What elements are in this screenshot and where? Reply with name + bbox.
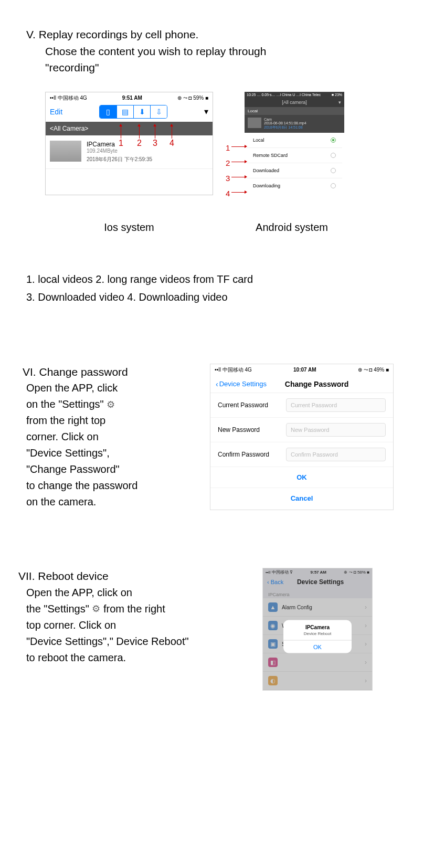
ios-screenshot-change-password: ••Il 中国移动 4G 10:07 AM ⊕ ⤳ ◘ 49% ■ ‹ Devi…	[210, 364, 394, 511]
callout-arrow	[172, 126, 172, 139]
legend: 1. local videos 2. long range videos fro…	[26, 270, 413, 306]
android-topbar: 10:25 … 0.05·s… …l China U …l China Tele…	[245, 92, 344, 133]
section7-text: VII. Reboot device Open the APP, click o…	[26, 568, 247, 666]
heading-line: "recording"	[45, 59, 413, 76]
sd-card-icon[interactable]: ▤	[117, 105, 133, 118]
edit-button[interactable]: Edit	[50, 108, 62, 116]
callout-number: 3	[153, 139, 157, 148]
video-date: 2018年6月8日 14:51:08	[264, 125, 306, 130]
screenshot-row: ••Il 中国移动 4G 9:51 AM ⊕ ⤳ ◘ 59% ■ Edit ▯ …	[45, 92, 413, 195]
screen-title: [All camera] ▾	[245, 98, 344, 107]
filter-icon[interactable]: ▾	[204, 107, 208, 117]
alert-title: IPCamera	[283, 620, 352, 631]
radio-icon	[331, 168, 336, 173]
callout-arrow	[155, 126, 155, 139]
chevron-left-icon[interactable]: ‹	[216, 380, 218, 388]
option-label: Local	[253, 137, 264, 143]
callout-number: 4	[226, 189, 230, 198]
title-text: [All camera]	[282, 100, 307, 105]
callout-line	[231, 146, 245, 147]
cancel-button[interactable]: Cancel	[210, 488, 393, 509]
android-caption: Android system	[213, 221, 371, 234]
video-meta: Cam 2018-06-08 14:51:08.mp4 2018年6月8日 14…	[264, 118, 306, 130]
alert-ok-button[interactable]: OK	[283, 640, 352, 653]
callout-number: 1	[226, 143, 230, 152]
android-screenshot-recordings: 10:25 … 0.05·s… …l China U …l China Tele…	[245, 92, 344, 193]
radio-icon	[331, 137, 336, 143]
section5-heading: V. Replay recordings by cell phone. Chos…	[26, 26, 413, 76]
body-line: "Device Settings"," Device Reboot"	[26, 633, 247, 650]
video-thumbnail	[50, 141, 81, 162]
radio-icon	[331, 183, 336, 188]
section-header: Local	[245, 107, 344, 115]
current-password-input[interactable]: Current Password	[286, 398, 386, 412]
callout: 3	[226, 174, 245, 183]
ok-button[interactable]: OK	[210, 467, 393, 488]
option-downloaded[interactable]: Downloaded	[247, 163, 342, 178]
filter-icon[interactable]: ▾	[338, 100, 341, 105]
status-battery: ⊕ ⤳ ◘ 49% ■	[358, 367, 389, 373]
downloading-icon[interactable]: ⇩	[150, 105, 167, 118]
body-line: to reboot the camera.	[26, 650, 247, 666]
body-line: top corner. Click on	[26, 617, 247, 633]
body-text: from the right	[103, 603, 165, 615]
status-time: 10:07 AM	[293, 367, 316, 373]
confirm-password-input[interactable]: Confirm Password	[286, 448, 386, 461]
field-label: Current Password	[218, 401, 286, 409]
body-text: the "Settings"	[26, 603, 89, 615]
legend-line: 3. Downloaded video 4. Downloading video	[26, 288, 413, 306]
section-replay: V. Replay recordings by cell phone. Chos…	[26, 26, 413, 306]
section6-heading: VI. Change password	[23, 364, 194, 380]
new-password-row: New Password New Password	[210, 418, 393, 442]
option-local[interactable]: Local	[247, 133, 342, 148]
status-time: 9:51 AM	[122, 95, 142, 101]
video-row[interactable]: IPCamera 109.24MByte 2018年6月26日 下午2:59:3…	[46, 135, 213, 169]
downloaded-icon[interactable]: ⬇	[133, 105, 150, 118]
body-line: Open the APP, click on	[26, 585, 247, 601]
body-line: Open the APP, click	[26, 380, 194, 396]
callout: 1	[226, 143, 245, 152]
new-password-input[interactable]: New Password	[286, 423, 386, 437]
segmented-control[interactable]: ▯ ▤ ⬇ ⇩	[99, 105, 167, 119]
phone-icon[interactable]: ▯	[100, 105, 117, 118]
breadcrumb[interactable]: <All Camera>	[46, 122, 213, 135]
callout-number: 3	[226, 174, 230, 183]
gear-icon: ⚙	[92, 602, 100, 617]
callout-arrow	[139, 126, 140, 139]
bottom-sheet: Local Remote SDCard Downloaded Downloadi…	[247, 133, 342, 193]
caption-row: Ios system Android system	[45, 221, 413, 234]
status-left: 10:25 … 0.05·s… …l China U …l China Tele…	[247, 93, 321, 97]
status-battery: ⊕ ⤳ ◘ 59% ■	[177, 95, 208, 101]
ios-caption: Ios system	[45, 221, 213, 234]
confirm-password-row: Confirm Password Confirm Password	[210, 442, 393, 467]
video-row[interactable]: Cam 2018-06-08 14:51:08.mp4 2018年6月8日 14…	[245, 115, 344, 133]
callout-arrow	[121, 126, 121, 139]
callout-number: 4	[170, 139, 174, 148]
status-bar: 10:25 … 0.05·s… …l China U …l China Tele…	[245, 92, 344, 98]
video-date: 2018年6月26日 下午2:59:35	[87, 156, 152, 163]
field-label: New Password	[218, 426, 286, 433]
body-line: corner. Click on	[26, 429, 194, 445]
option-remote-sd[interactable]: Remote SDCard	[247, 148, 342, 163]
heading-line: V. Replay recordings by cell phone.	[26, 26, 413, 43]
status-carrier: ••Il 中国移动 4G	[50, 94, 87, 102]
nav-bar: Edit ▯ ▤ ⬇ ⇩ ▾	[46, 104, 213, 122]
callout-line	[231, 162, 245, 162]
body-line: to change the password	[26, 478, 194, 494]
page-title: Change Password	[246, 380, 388, 388]
ios-screenshot-recordings: ••Il 中国移动 4G 9:51 AM ⊕ ⤳ ◘ 59% ■ Edit ▯ …	[45, 92, 213, 195]
field-label: Confirm Password	[218, 451, 286, 458]
radio-icon	[331, 153, 336, 158]
option-label: Downloaded	[253, 168, 279, 173]
current-password-row: Current Password Current Password	[210, 393, 393, 418]
video-size: 109.24MByte	[87, 148, 152, 154]
option-label: Remote SDCard	[253, 153, 288, 158]
callout-line	[231, 192, 245, 193]
option-downloading[interactable]: Downloading	[247, 178, 342, 193]
callout-number: 1	[119, 139, 123, 148]
section-reboot: VII. Reboot device Open the APP, click o…	[26, 568, 413, 691]
callout-number: 2	[226, 158, 230, 167]
body-line: on the camera.	[26, 494, 194, 510]
video-file: 2018-06-08 14:51:08.mp4	[264, 121, 306, 125]
status-battery: ■ 23%	[332, 93, 342, 97]
